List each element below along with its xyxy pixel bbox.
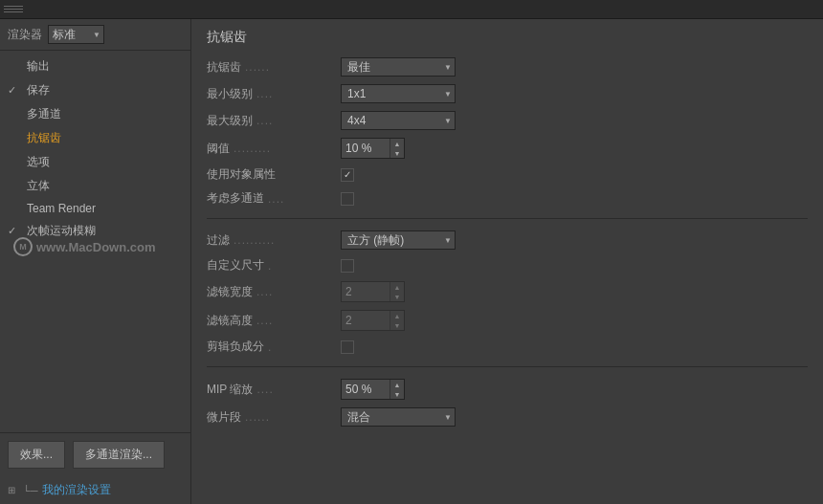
main-layout: 渲染器 标准 物理 Arnold 输出 ✓ 保存 多通道 bbox=[0, 19, 823, 504]
setting-row-custom-size: 自定义尺寸 . bbox=[207, 253, 808, 277]
setting-row-min-level: 最小级别 .... 1x12x24x4 bbox=[207, 80, 808, 107]
nav-item-save[interactable]: ✓ 保存 bbox=[0, 78, 190, 102]
spinbox-fh-up: ▲ bbox=[390, 311, 404, 320]
label-filter-height: 滤镜高度 .... bbox=[207, 313, 341, 329]
spinbox-fw-up: ▲ bbox=[390, 282, 404, 292]
select-filter[interactable]: 立方 (静帧)高斯Mitchell bbox=[341, 230, 456, 250]
dropdown-filter[interactable]: 立方 (静帧)高斯Mitchell bbox=[341, 230, 456, 250]
setting-row-clip-negative: 剪辑负成分 . bbox=[207, 335, 808, 359]
control-custom-size bbox=[341, 259, 808, 273]
right-panel: 抗锯齿 抗锯齿 ...... 最佳无几何 bbox=[191, 19, 823, 504]
dropdown-min-level[interactable]: 1x12x24x4 bbox=[341, 84, 456, 103]
label-use-object: 使用对象属性 bbox=[207, 166, 341, 183]
label-clip-negative: 剪辑负成分 . bbox=[207, 339, 341, 355]
label-custom-size: 自定义尺寸 . bbox=[207, 257, 341, 274]
spinbox-filter-width-input bbox=[342, 283, 389, 300]
spinbox-up-arrow[interactable]: ▲ bbox=[390, 139, 404, 148]
preset-label: 我的渲染设置 bbox=[42, 482, 111, 498]
setting-row-max-level: 最大级别 .... 4x41x12x2 bbox=[207, 107, 808, 134]
setting-row-filter-width: 滤镜宽度 .... ▲ ▼ bbox=[207, 277, 808, 306]
dropdown-max-level[interactable]: 4x41x12x2 bbox=[341, 111, 456, 130]
select-max-level[interactable]: 4x41x12x2 bbox=[341, 111, 456, 130]
setting-row-mip-scale: MIP 缩放 .... ▲ ▼ bbox=[207, 375, 808, 404]
control-mip-scale: ▲ ▼ bbox=[341, 379, 808, 400]
nav-item-multichannel[interactable]: 多通道 bbox=[0, 102, 190, 126]
nav-item-teamrender[interactable]: Team Render bbox=[0, 198, 190, 219]
setting-row-micropolygon: 微片段 ...... 混合禁用强制 bbox=[207, 404, 808, 430]
setting-row-multichannel: 考虑多通道 .... bbox=[207, 186, 808, 210]
control-max-level: 4x41x12x2 bbox=[341, 111, 808, 130]
renderer-label: 渲染器 bbox=[8, 27, 42, 43]
spinbox-filter-height-input bbox=[342, 312, 389, 329]
control-use-object bbox=[341, 168, 808, 182]
title-bar-grip bbox=[4, 6, 23, 12]
preset-row[interactable]: ⊞ └─ 我的渲染设置 bbox=[0, 476, 190, 504]
control-threshold: ▲ ▼ bbox=[341, 138, 808, 159]
setting-row-use-object: 使用对象属性 bbox=[207, 163, 808, 186]
check-icon-motionblur: ✓ bbox=[8, 225, 16, 237]
label-multichannel: 考虑多通道 .... bbox=[207, 190, 341, 207]
dropdown-micropolygon[interactable]: 混合禁用强制 bbox=[341, 407, 456, 427]
label-max-level: 最大级别 .... bbox=[207, 113, 341, 129]
control-min-level: 1x12x24x4 bbox=[341, 84, 808, 103]
expand-icon: ⊞ bbox=[8, 485, 15, 495]
spinbox-threshold[interactable]: ▲ ▼ bbox=[341, 138, 405, 159]
spinbox-mip-scale-input[interactable] bbox=[342, 381, 389, 398]
control-filter-height: ▲ ▼ bbox=[341, 310, 808, 331]
spinbox-mip-down[interactable]: ▼ bbox=[390, 389, 404, 399]
spinbox-mip-up[interactable]: ▲ bbox=[390, 380, 404, 389]
setting-row-antialias-mode: 抗锯齿 ...... 最佳无几何 bbox=[207, 54, 808, 80]
renderer-row: 渲染器 标准 物理 Arnold bbox=[0, 19, 190, 51]
select-min-level[interactable]: 1x12x24x4 bbox=[341, 84, 456, 103]
multichannel-render-button[interactable]: 多通道渲染... bbox=[73, 441, 165, 469]
indent-arrow: └─ bbox=[23, 485, 38, 496]
left-panel: 渲染器 标准 物理 Arnold 输出 ✓ 保存 多通道 bbox=[0, 19, 191, 504]
control-antialias-mode: 最佳无几何 bbox=[341, 57, 808, 77]
control-filter-width: ▲ ▼ bbox=[341, 281, 808, 302]
renderer-select[interactable]: 标准 物理 Arnold bbox=[48, 25, 104, 44]
spinbox-filter-width-arrows: ▲ ▼ bbox=[389, 282, 404, 301]
spinbox-down-arrow[interactable]: ▼ bbox=[390, 148, 404, 158]
setting-row-filter-height: 滤镜高度 .... ▲ ▼ bbox=[207, 306, 808, 335]
label-filter: 过滤 .......... bbox=[207, 232, 341, 249]
spinbox-filter-width: ▲ ▼ bbox=[341, 281, 405, 302]
section-title: 抗锯齿 bbox=[191, 19, 823, 54]
nav-item-stereo[interactable]: 立体 bbox=[0, 174, 190, 198]
checkbox-clip-negative[interactable] bbox=[341, 340, 354, 354]
settings-area: 抗锯齿 ...... 最佳无几何 最小级别 .... bbox=[191, 54, 823, 446]
spinbox-mip-arrows: ▲ ▼ bbox=[389, 380, 404, 399]
renderer-select-wrapper[interactable]: 标准 物理 Arnold bbox=[48, 25, 104, 44]
spinbox-fh-down: ▼ bbox=[390, 320, 404, 330]
spinbox-filter-height-arrows: ▲ ▼ bbox=[389, 311, 404, 330]
spinbox-mip-scale[interactable]: ▲ ▼ bbox=[341, 379, 405, 400]
select-micropolygon[interactable]: 混合禁用强制 bbox=[341, 407, 456, 427]
nav-item-motionblur[interactable]: ✓ 次帧运动模糊 bbox=[0, 219, 190, 243]
label-mip-scale: MIP 缩放 .... bbox=[207, 382, 341, 398]
label-antialias-mode: 抗锯齿 ...... bbox=[207, 59, 341, 76]
spinbox-fw-down: ▼ bbox=[390, 292, 404, 301]
control-filter: 立方 (静帧)高斯Mitchell bbox=[341, 230, 808, 250]
spinbox-filter-height: ▲ ▼ bbox=[341, 310, 405, 331]
dropdown-antialias-mode[interactable]: 最佳无几何 bbox=[341, 57, 456, 77]
divider-1 bbox=[207, 218, 808, 219]
label-threshold: 阈值 ......... bbox=[207, 141, 341, 157]
label-min-level: 最小级别 .... bbox=[207, 86, 341, 102]
nav-item-output[interactable]: 输出 bbox=[0, 55, 190, 78]
effects-button[interactable]: 效果... bbox=[8, 441, 65, 469]
nav-item-options[interactable]: 选项 bbox=[0, 150, 190, 174]
title-bar bbox=[0, 0, 823, 19]
spinbox-threshold-arrows: ▲ ▼ bbox=[389, 139, 404, 158]
checkbox-multichannel[interactable] bbox=[341, 192, 354, 206]
setting-row-threshold: 阈值 ......... ▲ ▼ bbox=[207, 134, 808, 163]
checkbox-custom-size[interactable] bbox=[341, 259, 354, 273]
control-micropolygon: 混合禁用强制 bbox=[341, 407, 808, 427]
divider-2 bbox=[207, 366, 808, 367]
select-antialias-mode[interactable]: 最佳无几何 bbox=[341, 57, 456, 77]
spinbox-threshold-input[interactable] bbox=[342, 140, 389, 157]
nav-item-antialias[interactable]: 抗锯齿 bbox=[0, 126, 190, 150]
control-multichannel bbox=[341, 192, 808, 206]
checkbox-use-object[interactable] bbox=[341, 168, 354, 182]
setting-row-filter: 过滤 .......... 立方 (静帧)高斯Mitchell bbox=[207, 227, 808, 253]
label-filter-width: 滤镜宽度 .... bbox=[207, 284, 341, 300]
nav-list: 输出 ✓ 保存 多通道 抗锯齿 选项 立体 bbox=[0, 51, 190, 432]
